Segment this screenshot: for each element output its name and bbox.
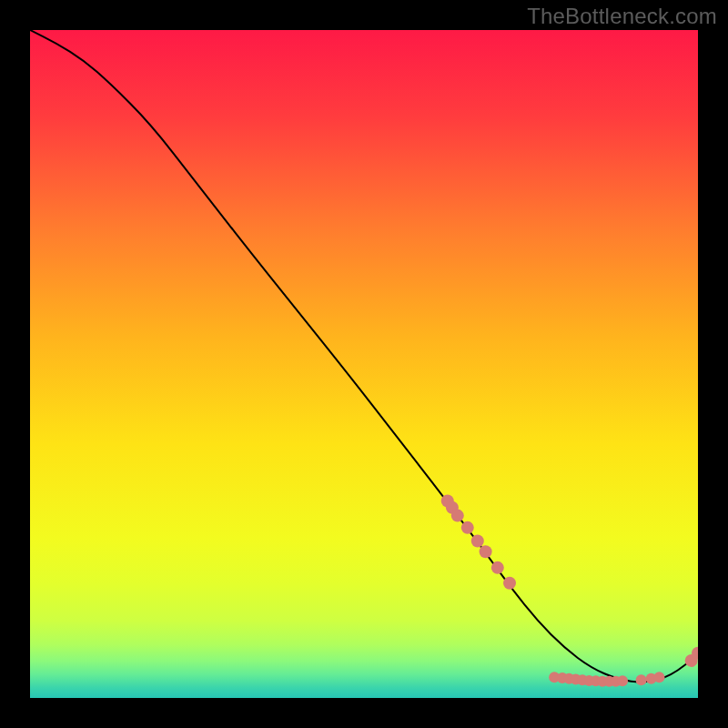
plot-area: [30, 30, 698, 698]
data-point: [451, 510, 464, 522]
data-point: [491, 561, 504, 574]
watermark-text: TheBottleneck.com: [527, 4, 717, 29]
data-point: [617, 675, 628, 686]
data-point: [480, 545, 492, 558]
data-point: [471, 535, 484, 548]
data-point: [636, 674, 647, 685]
data-point: [653, 672, 664, 682]
data-point: [503, 577, 516, 590]
chart-frame: TheBottleneck.com: [0, 0, 728, 728]
data-point: [461, 521, 474, 534]
data-markers: [30, 30, 698, 698]
